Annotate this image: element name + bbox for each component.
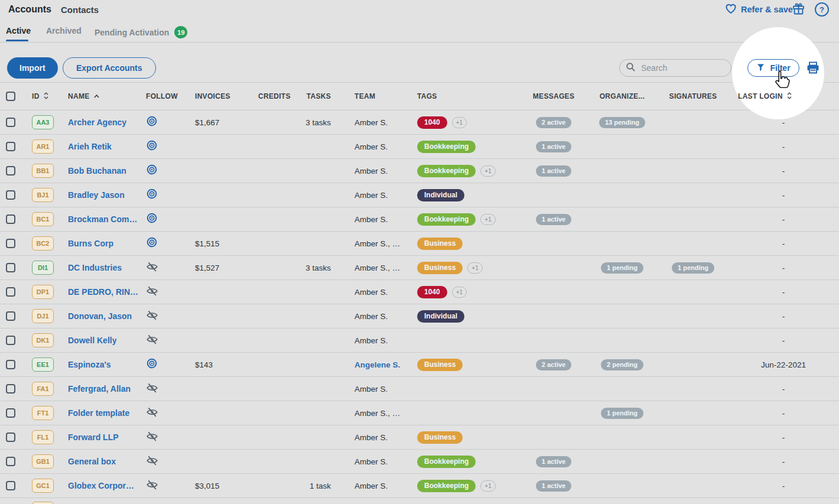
tasks-value: 1 task [310, 482, 331, 490]
account-name-link[interactable]: Espinoza's [68, 360, 111, 369]
table-row: EE1 Espinoza's $143 Angelene S.… Busines… [0, 353, 839, 377]
row-checkbox[interactable] [6, 214, 15, 224]
account-id-badge: BC1 [32, 212, 54, 226]
row-checkbox[interactable] [6, 408, 15, 418]
row-checkbox[interactable] [6, 239, 15, 248]
account-name-link[interactable]: DE PEDRO, RIN… [68, 287, 138, 297]
unfollow-eye-slash-icon[interactable] [146, 333, 158, 348]
row-checkbox[interactable] [6, 190, 15, 200]
select-all-checkbox[interactable] [6, 92, 15, 101]
follow-eye-icon[interactable] [146, 212, 158, 226]
row-checkbox[interactable] [6, 311, 15, 321]
account-name-link[interactable]: Archer Agency [68, 118, 126, 127]
follow-eye-icon[interactable] [146, 188, 158, 202]
account-id-badge: DI1 [32, 261, 54, 275]
follow-eye-icon[interactable] [146, 236, 158, 251]
account-name-link[interactable]: Burns Corp [68, 239, 113, 248]
print-icon[interactable] [805, 60, 821, 76]
unfollow-eye-slash-icon[interactable] [146, 309, 158, 324]
account-name-link[interactable]: Bradley Jason [68, 190, 125, 200]
status-pill: 2 active [536, 359, 571, 370]
follow-eye-icon[interactable] [146, 139, 158, 154]
unfollow-eye-slash-icon[interactable] [146, 430, 158, 445]
table-row: BC1 Brockman Com… Amber S. Bookkeeping+1… [0, 207, 839, 232]
col-header-id[interactable]: ID [24, 92, 61, 102]
account-name-link[interactable]: Dowell Kelly [68, 336, 116, 345]
more-tags-chip[interactable]: +1 [467, 262, 482, 274]
unfollow-eye-slash-icon[interactable] [146, 285, 158, 300]
help-icon[interactable]: ? [815, 2, 829, 17]
tab-pending-activation[interactable]: Pending Activation 19 [95, 26, 187, 38]
last-login-value: - [782, 142, 785, 151]
account-name-link[interactable]: Donovan, Jason [68, 311, 132, 321]
gift-icon[interactable] [792, 2, 805, 18]
row-checkbox[interactable] [6, 433, 15, 442]
invoices-value: $3,015 [195, 482, 219, 490]
account-id-badge: FL1 [32, 430, 54, 444]
row-checkbox[interactable] [6, 142, 15, 151]
account-name-link[interactable]: Globex Corpora… [68, 481, 138, 490]
col-header-tags: TAGS [401, 92, 521, 100]
team-value: Amber S. [355, 288, 388, 297]
more-tags-chip[interactable]: +1 [452, 117, 467, 128]
row-checkbox[interactable] [6, 457, 15, 466]
follow-eye-icon[interactable] [146, 164, 158, 178]
more-tags-chip[interactable]: +1 [480, 165, 495, 177]
filter-button[interactable]: Filter [747, 59, 799, 77]
account-name-link[interactable]: Forward LLP [68, 433, 119, 442]
team-value: Amber S. [355, 312, 388, 321]
import-button[interactable]: Import [7, 57, 58, 79]
unfollow-eye-slash-icon[interactable] [146, 479, 158, 493]
status-pill: 1 active [536, 165, 571, 177]
export-accounts-button[interactable]: Export Accounts [63, 57, 156, 79]
row-checkbox[interactable] [6, 384, 15, 394]
follow-eye-icon[interactable] [146, 357, 158, 372]
col-header-messages: MESSAGES [521, 92, 586, 100]
row-checkbox[interactable] [6, 336, 15, 345]
unfollow-eye-slash-icon[interactable] [146, 261, 158, 275]
unfollow-eye-slash-icon[interactable] [146, 454, 158, 469]
status-pill: 2 active [536, 117, 571, 128]
unfollow-eye-slash-icon[interactable] [146, 406, 158, 421]
account-id-badge: BJ1 [32, 188, 54, 202]
account-name-link[interactable]: DC Industries [68, 263, 122, 272]
tab-active[interactable]: Active [6, 26, 31, 35]
account-name-link[interactable]: Brockman Com… [68, 214, 137, 224]
account-name-link[interactable]: Bob Buchanan [68, 166, 126, 175]
search-input[interactable] [640, 63, 725, 73]
account-name-link[interactable]: General box [68, 457, 116, 466]
row-checkbox[interactable] [6, 263, 15, 272]
col-header-name[interactable]: NAME [61, 92, 138, 100]
account-name-link[interactable]: Fefergrad, Allan [68, 384, 131, 394]
nav-accounts[interactable]: Accounts [8, 4, 51, 15]
more-tags-chip[interactable]: +1 [452, 287, 467, 298]
tags-cell: Business [401, 431, 521, 444]
account-name-link[interactable]: Arieh Retik [68, 142, 112, 151]
row-checkbox[interactable] [6, 360, 15, 369]
tag-pill: Business [417, 262, 463, 274]
row-checkbox[interactable] [6, 166, 15, 175]
refer-and-save-link[interactable]: Refer & save [725, 3, 793, 16]
table-row: DP1 DE PEDRO, RIN… Amber S. 1040+1 - [0, 280, 839, 304]
table-row: BC2 Burns Corp $1,515 Amber S., … Busine… [0, 232, 839, 256]
row-checkbox[interactable] [6, 481, 15, 490]
row-checkbox[interactable] [6, 118, 15, 127]
row-checkbox[interactable] [6, 287, 15, 297]
col-header-last-login[interactable]: LAST LOGIN [728, 92, 839, 102]
account-id-badge: DJ1 [32, 309, 54, 323]
follow-eye-icon[interactable] [146, 115, 158, 129]
sort-asc-icon [93, 92, 100, 100]
tag-pill: Individual [417, 189, 464, 201]
account-name-link[interactable]: Folder template [68, 408, 129, 418]
nav-contacts[interactable]: Contacts [61, 5, 99, 15]
invoices-value: $143 [195, 360, 213, 369]
tab-archived[interactable]: Archived [46, 26, 82, 35]
invoices-value: $1,667 [195, 118, 219, 127]
more-tags-chip[interactable]: +1 [480, 214, 495, 225]
team-value[interactable]: Angelene S.… [355, 360, 401, 369]
status-pill: 1 pending [601, 262, 643, 274]
search-box[interactable] [619, 59, 731, 77]
unfollow-eye-slash-icon[interactable] [146, 382, 158, 396]
more-tags-chip[interactable]: +1 [480, 480, 495, 492]
heart-icon [725, 3, 737, 16]
